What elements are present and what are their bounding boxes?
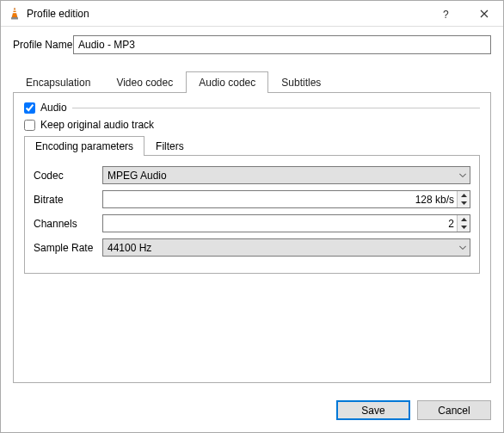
svg-rect-3 bbox=[11, 17, 18, 20]
keep-original-checkbox[interactable] bbox=[24, 120, 35, 131]
profile-name-input[interactable] bbox=[73, 35, 491, 54]
channels-label: Channels bbox=[34, 218, 102, 230]
chevron-down-icon bbox=[459, 245, 466, 250]
codec-label: Codec bbox=[34, 170, 102, 182]
titlebar: Profile edition ? bbox=[1, 1, 503, 27]
footer: Save Cancel bbox=[1, 392, 503, 432]
bitrate-value: 128 kb/s bbox=[103, 194, 470, 206]
encoding-parameters-page: Codec MPEG Audio Bitrate 128 kb/s bbox=[24, 156, 480, 274]
dialog-window: Profile edition ? Profile Name Encapsula… bbox=[0, 0, 504, 433]
keep-original-label: Keep original audio track bbox=[40, 119, 154, 131]
app-icon bbox=[8, 7, 22, 21]
channels-row: Channels 2 bbox=[34, 214, 470, 232]
cancel-button-label: Cancel bbox=[438, 405, 470, 417]
subtab-encoding[interactable]: Encoding parameters bbox=[24, 136, 144, 156]
content-area: Profile Name Encapsulation Video codec A… bbox=[1, 27, 503, 392]
svg-text:?: ? bbox=[443, 9, 449, 20]
tab-encapsulation[interactable]: Encapsulation bbox=[13, 71, 103, 93]
spin-down-icon[interactable] bbox=[458, 224, 470, 232]
codec-row: Codec MPEG Audio bbox=[34, 166, 470, 184]
audio-enable-row: Audio bbox=[24, 102, 480, 114]
close-button[interactable] bbox=[464, 1, 503, 26]
bitrate-label: Bitrate bbox=[34, 194, 102, 206]
chevron-down-icon bbox=[459, 173, 466, 177]
bitrate-row: Bitrate 128 kb/s bbox=[34, 190, 470, 208]
spin-up-icon[interactable] bbox=[458, 215, 470, 224]
save-button[interactable]: Save bbox=[336, 400, 410, 420]
samplerate-row: Sample Rate 44100 Hz bbox=[34, 238, 470, 257]
samplerate-label: Sample Rate bbox=[34, 242, 102, 254]
spin-down-icon[interactable] bbox=[458, 200, 470, 208]
audio-checkbox-label: Audio bbox=[40, 102, 67, 114]
main-tabs: Encapsulation Video codec Audio codec Su… bbox=[13, 71, 491, 93]
subtab-filters[interactable]: Filters bbox=[144, 136, 195, 156]
spin-up-icon[interactable] bbox=[458, 191, 470, 200]
keep-original-row: Keep original audio track bbox=[24, 119, 480, 131]
tab-audio-codec[interactable]: Audio codec bbox=[186, 71, 268, 93]
spin-buttons bbox=[457, 191, 470, 207]
svg-rect-1 bbox=[14, 9, 16, 10]
save-button-label: Save bbox=[361, 405, 384, 417]
samplerate-select[interactable]: 44100 Hz bbox=[102, 238, 470, 257]
samplerate-value: 44100 Hz bbox=[108, 242, 151, 254]
tab-subtitles[interactable]: Subtitles bbox=[268, 71, 334, 93]
channels-value: 2 bbox=[103, 218, 470, 230]
audio-checkbox[interactable] bbox=[24, 102, 35, 114]
channels-spinbox[interactable]: 2 bbox=[102, 214, 470, 232]
cancel-button[interactable]: Cancel bbox=[417, 400, 491, 420]
profile-name-label: Profile Name bbox=[13, 39, 73, 51]
divider bbox=[72, 108, 480, 108]
codec-value: MPEG Audio bbox=[108, 170, 167, 182]
tab-video-codec[interactable]: Video codec bbox=[103, 71, 186, 93]
svg-rect-2 bbox=[13, 12, 16, 13]
bitrate-spinbox[interactable]: 128 kb/s bbox=[102, 190, 470, 208]
spin-buttons bbox=[457, 215, 470, 232]
help-button[interactable]: ? bbox=[426, 1, 464, 26]
sub-tabs: Encoding parameters Filters bbox=[24, 136, 480, 156]
audio-codec-page: Audio Keep original audio track Encoding… bbox=[13, 93, 491, 383]
window-title: Profile edition bbox=[27, 8, 426, 20]
profile-name-row: Profile Name bbox=[13, 35, 491, 54]
codec-select[interactable]: MPEG Audio bbox=[102, 166, 470, 184]
